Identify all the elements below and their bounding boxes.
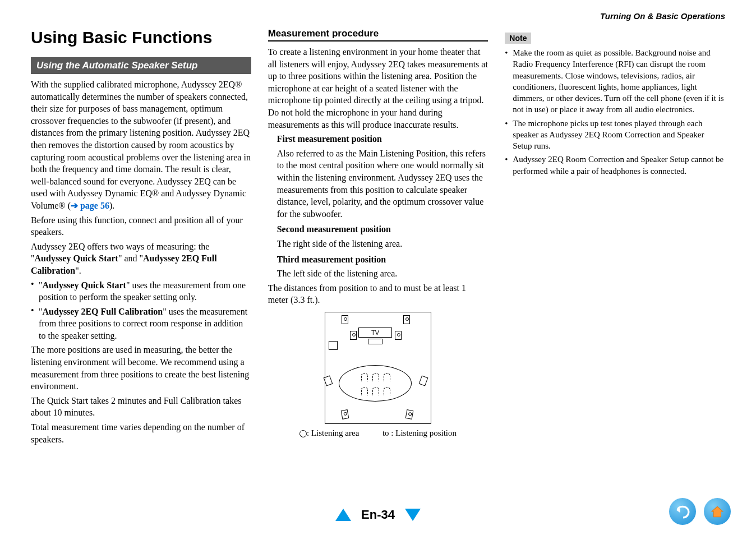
position-title: Third measurement position bbox=[277, 253, 488, 266]
seat-icon bbox=[372, 388, 379, 395]
breadcrumb: Turning On & Basic Operations bbox=[600, 11, 725, 21]
bullet-item: • "Audyssey Quick Start" uses the measur… bbox=[31, 279, 251, 306]
note-text: Audyssey 2EQ Room Correction and Speaker… bbox=[513, 154, 725, 177]
seat-icon bbox=[384, 388, 390, 395]
room-diagram: TV : Listening area bbox=[294, 312, 462, 438]
bottom-nav-bar: En-34 bbox=[0, 491, 756, 525]
bullet-dot: • bbox=[31, 306, 39, 344]
subwoofer-icon bbox=[329, 341, 338, 350]
bullet-text: "Audyssey 2EQ Full Calibration" uses the… bbox=[39, 306, 251, 342]
note-list: • Make the room as quiet as possible. Ba… bbox=[505, 47, 725, 177]
position-body: The right side of the listening area. bbox=[277, 238, 488, 250]
bullet-dot: • bbox=[31, 279, 39, 306]
note-badge: Note bbox=[505, 33, 531, 44]
body-text: Total measurement time varies depending … bbox=[31, 421, 251, 445]
text: With the supplied calibrated microphone,… bbox=[31, 80, 251, 210]
body-text: The more positions are used in measuring… bbox=[31, 344, 251, 392]
body-text: To create a listening environment in you… bbox=[268, 46, 488, 131]
position-body: Also referred to as the Main Listening P… bbox=[277, 147, 488, 220]
seat-icon bbox=[361, 373, 368, 381]
legend-position-label: to : Listening position bbox=[382, 428, 457, 438]
text-bold: Audyssey 2EQ Full Calibration bbox=[43, 307, 163, 316]
back-arrow-icon bbox=[675, 504, 690, 519]
home-button[interactable] bbox=[704, 498, 731, 525]
listening-area-ellipse bbox=[339, 365, 412, 402]
center-speaker-icon bbox=[368, 339, 382, 344]
text: " and " bbox=[118, 253, 143, 263]
front-left-speaker-icon bbox=[342, 315, 348, 324]
front-high-right-speaker-icon bbox=[395, 331, 402, 340]
front-right-speaker-icon bbox=[403, 315, 410, 324]
note-item: • The microphone picks up test tones pla… bbox=[505, 118, 725, 152]
text-bold: Audyssey Quick Start bbox=[43, 280, 126, 290]
note-item: • Audyssey 2EQ Room Correction and Speak… bbox=[505, 154, 725, 177]
back-button[interactable] bbox=[669, 498, 696, 525]
link-arrow: ➔ bbox=[71, 201, 80, 210]
body-text: The Quick Start takes 2 minutes and Full… bbox=[31, 395, 251, 419]
diagram-legend: : Listening area to : Listening position bbox=[294, 428, 462, 438]
text-bold: Audyssey Quick Start bbox=[35, 253, 118, 263]
circle-icon bbox=[299, 430, 307, 437]
body-text: The distances from position to and to mu… bbox=[268, 282, 488, 306]
bullet-dot: • bbox=[505, 154, 513, 177]
front-high-left-speaker-icon bbox=[350, 331, 357, 340]
back-left-speaker-icon bbox=[341, 409, 349, 419]
body-text: Audyssey 2EQ offers two ways of measurin… bbox=[31, 241, 251, 277]
legend-area: : Listening area bbox=[299, 428, 359, 438]
page-link[interactable]: ➔ page 56 bbox=[71, 201, 109, 210]
home-icon bbox=[710, 504, 725, 519]
column-right: Note • Make the room as quiet as possibl… bbox=[505, 28, 725, 448]
bullet-item: • "Audyssey 2EQ Full Calibration" uses t… bbox=[31, 306, 251, 344]
position-title: Second measurement position bbox=[277, 223, 488, 236]
measurement-position-block: First measurement position Also referred… bbox=[268, 133, 488, 280]
prev-page-button[interactable] bbox=[335, 509, 351, 521]
note-text: The microphone picks up test tones playe… bbox=[513, 118, 725, 152]
link-text: page 56 bbox=[80, 201, 109, 210]
page-number: En-34 bbox=[361, 508, 395, 522]
legend-area-label: : Listening area bbox=[307, 428, 359, 437]
seat-icon bbox=[372, 373, 379, 381]
position-body: The left side of the listening area. bbox=[277, 268, 488, 280]
column-left: Using Basic Functions Using the Automati… bbox=[31, 28, 251, 448]
page-title: Using Basic Functions bbox=[31, 28, 251, 47]
text: ). bbox=[109, 201, 114, 210]
heading-rule bbox=[268, 40, 488, 41]
seat-icon bbox=[384, 373, 390, 381]
section-heading-bar: Using the Automatic Speaker Setup bbox=[31, 57, 251, 74]
content-columns: Using Basic Functions Using the Automati… bbox=[31, 28, 725, 448]
column-middle: Measurement procedure To create a listen… bbox=[268, 28, 488, 448]
text: ". bbox=[75, 266, 81, 275]
tv-icon: TV bbox=[358, 328, 392, 338]
nav-buttons-right bbox=[669, 498, 731, 525]
document-page: Turning On & Basic Operations Using Basi… bbox=[0, 0, 756, 535]
note-item: • Make the room as quiet as possible. Ba… bbox=[505, 47, 725, 116]
page-number-group: En-34 bbox=[335, 508, 421, 522]
seat-icon bbox=[361, 388, 368, 395]
body-text: With the supplied calibrated microphone,… bbox=[31, 79, 251, 212]
next-page-button[interactable] bbox=[405, 509, 421, 521]
bullet-dot: • bbox=[505, 47, 513, 116]
position-title: First measurement position bbox=[277, 133, 488, 145]
bullet-dot: • bbox=[505, 118, 513, 152]
body-text: Before using this function, connect and … bbox=[31, 214, 251, 238]
subheading: Measurement procedure bbox=[268, 28, 488, 39]
note-text: Make the room as quiet as possible. Back… bbox=[513, 47, 725, 116]
bullet-text: "Audyssey Quick Start" uses the measurem… bbox=[39, 279, 251, 303]
